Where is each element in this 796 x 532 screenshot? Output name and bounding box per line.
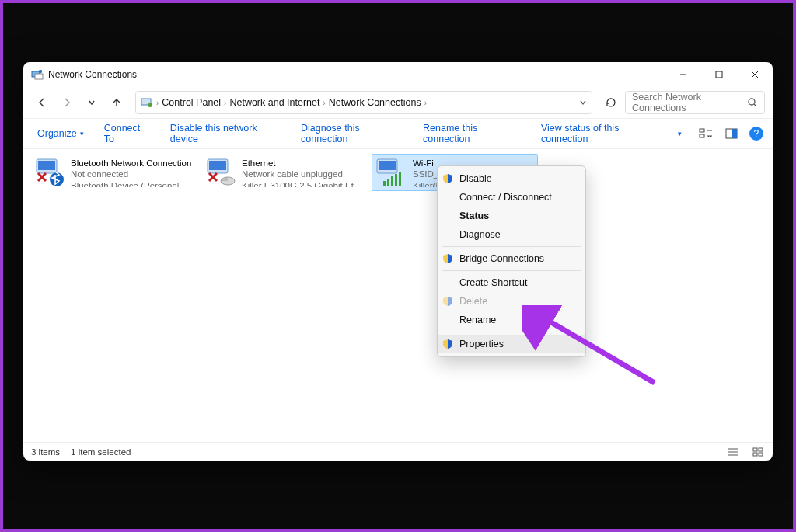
network-connections-window: Network Connections › Control Panel › Ne…: [23, 62, 773, 461]
close-button[interactable]: [737, 62, 773, 87]
menu-separator: [442, 332, 581, 332]
wifi-adapter-icon: [375, 158, 408, 189]
diagnose-button[interactable]: Diagnose this connection: [293, 120, 410, 148]
connection-device: Killer E3100G 2.5 Gigabit Ethernet...: [242, 180, 363, 187]
breadcrumb-item[interactable]: Network Connections: [329, 97, 421, 108]
svg-point-2: [39, 70, 42, 73]
network-connections-icon: [31, 68, 44, 81]
svg-rect-30: [399, 172, 401, 186]
connection-name: Bluetooth Network Connection: [71, 158, 192, 169]
address-dropdown-button[interactable]: [579, 99, 587, 106]
connection-status: Network cable unplugged: [242, 169, 363, 179]
chevron-down-icon: ▾: [80, 130, 84, 137]
svg-point-9: [749, 99, 755, 105]
refresh-button[interactable]: [600, 92, 622, 113]
organize-button[interactable]: Organize▾: [30, 125, 92, 142]
back-button[interactable]: [31, 92, 53, 113]
svg-rect-4: [716, 71, 722, 78]
svg-rect-12: [700, 134, 704, 137]
search-icon: [747, 97, 758, 108]
menu-separator: [442, 246, 581, 247]
svg-rect-26: [383, 181, 386, 186]
chevron-right-icon: ›: [224, 99, 226, 107]
menu-separator: [442, 270, 581, 271]
svg-rect-35: [759, 448, 763, 451]
svg-rect-21: [209, 161, 226, 170]
connection-status: Not connected: [71, 169, 192, 179]
svg-rect-28: [391, 176, 393, 186]
details-view-button[interactable]: [726, 447, 740, 457]
selection-count: 1 item selected: [71, 447, 131, 457]
connect-to-button[interactable]: Connect To: [96, 120, 158, 148]
svg-rect-16: [732, 129, 737, 138]
breadcrumb-item[interactable]: Network and Internet: [229, 97, 319, 108]
chevron-right-icon: ›: [424, 99, 427, 107]
menu-delete: Delete: [438, 292, 585, 311]
window-title: Network Connections: [48, 69, 665, 80]
content-area: Bluetooth Network Connection Not connect…: [23, 149, 773, 442]
chevron-right-icon: ›: [323, 99, 325, 107]
search-placeholder: Search Network Connections: [632, 92, 747, 113]
search-input[interactable]: Search Network Connections: [625, 91, 765, 114]
connection-ethernet[interactable]: Ethernet Network cable unplugged Killer …: [201, 154, 367, 191]
address-bar[interactable]: › Control Panel › Network and Internet ›…: [135, 91, 592, 114]
menu-diagnose[interactable]: Diagnose: [438, 225, 585, 244]
shield-icon: [442, 173, 453, 184]
window-controls: [665, 62, 773, 87]
svg-rect-37: [759, 453, 763, 456]
titlebar: Network Connections: [23, 62, 773, 87]
status-bar: 3 items 1 item selected: [23, 442, 773, 461]
menu-status[interactable]: Status: [438, 207, 585, 225]
navigation-row: › Control Panel › Network and Internet ›…: [23, 87, 773, 118]
up-button[interactable]: [106, 92, 127, 113]
svg-rect-25: [379, 161, 396, 170]
ethernet-adapter-icon: [204, 158, 237, 189]
chevron-down-icon: ▾: [678, 130, 682, 137]
connection-device: Bluetooth Device (Personal Area ...: [71, 180, 192, 187]
command-bar: Organize▾ Connect To Disable this networ…: [23, 118, 773, 149]
menu-bridge-connections[interactable]: Bridge Connections: [438, 249, 585, 268]
rename-button[interactable]: Rename this connection: [415, 120, 529, 148]
svg-rect-36: [753, 453, 757, 456]
svg-rect-1: [35, 74, 43, 79]
forward-button[interactable]: [56, 92, 78, 113]
minimize-button[interactable]: [665, 62, 701, 87]
menu-connect-disconnect[interactable]: Connect / Disconnect: [438, 188, 585, 207]
maximize-button[interactable]: [701, 62, 737, 87]
disable-device-button[interactable]: Disable this network device: [162, 120, 288, 148]
menu-create-shortcut[interactable]: Create Shortcut: [438, 273, 585, 292]
view-options-button[interactable]: [696, 123, 716, 144]
more-commands-button[interactable]: ▾: [673, 127, 686, 141]
control-panel-icon: [141, 96, 153, 109]
menu-properties[interactable]: Properties: [438, 335, 585, 353]
svg-rect-29: [395, 174, 397, 186]
svg-rect-18: [38, 161, 55, 170]
chevron-right-icon: ›: [156, 99, 159, 107]
svg-rect-27: [387, 179, 389, 186]
menu-rename[interactable]: Rename: [438, 311, 585, 329]
svg-rect-34: [753, 448, 757, 451]
help-button[interactable]: ?: [746, 123, 766, 144]
bluetooth-adapter-icon: [33, 158, 66, 189]
item-count: 3 items: [31, 447, 60, 457]
connection-name: Ethernet: [242, 158, 363, 169]
shield-icon: [442, 253, 453, 264]
preview-pane-button[interactable]: [721, 123, 741, 144]
shield-icon: [442, 296, 453, 307]
svg-rect-23: [222, 178, 228, 181]
context-menu: Disable Connect / Disconnect Status Diag…: [437, 165, 586, 357]
menu-disable[interactable]: Disable: [438, 169, 585, 188]
breadcrumb-item[interactable]: Control Panel: [162, 97, 221, 108]
svg-rect-11: [700, 129, 704, 132]
connection-bluetooth[interactable]: Bluetooth Network Connection Not connect…: [30, 154, 196, 191]
svg-point-8: [148, 103, 152, 107]
svg-line-10: [754, 104, 756, 106]
recent-locations-button[interactable]: [81, 92, 103, 113]
view-status-button[interactable]: View status of this connection: [533, 120, 669, 148]
large-icons-view-button[interactable]: [751, 447, 765, 457]
shield-icon: [442, 339, 453, 349]
